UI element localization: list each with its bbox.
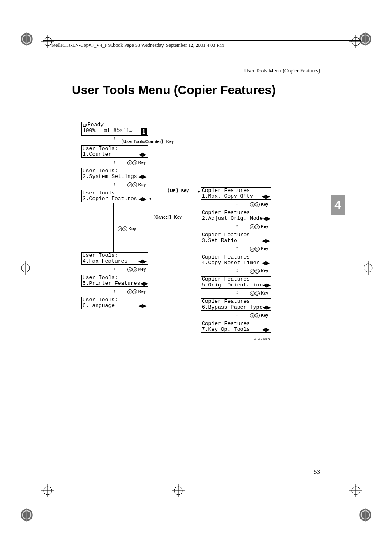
lcd-item: 3.Set Ratio xyxy=(202,238,237,244)
nav-key-label: ◁▷ Key xyxy=(250,202,268,207)
updown-arrow-icon: ↕ xyxy=(113,181,116,186)
lcd-item: 5.Orig. Orientation xyxy=(202,282,263,288)
registration-mark-icon xyxy=(19,261,32,275)
lcd-item: 4.Fax Features xyxy=(83,259,127,264)
page-title: User Tools Menu (Copier Features) xyxy=(72,83,276,97)
key-user-tools-counter: 【User Tools/Counter】 Key xyxy=(119,139,174,145)
updown-arrow-icon: ↕ xyxy=(113,135,116,140)
lcd-item: 2.System Settings xyxy=(83,174,137,180)
lcd-item: 3.Copier Features xyxy=(83,196,137,202)
connector-line xyxy=(113,203,114,252)
registration-mark-icon xyxy=(349,484,362,497)
nav-key-label: ◁▷ Key xyxy=(127,160,146,165)
connector-line xyxy=(180,191,180,311)
lcd-user-tools-1: User Tools: 1.Counter◀▶ xyxy=(81,145,148,158)
lcd-copier-4: Copier Features 4.Copy Reset Timer◀▶ xyxy=(201,254,271,266)
lcd-item: 6.Language xyxy=(83,303,115,309)
key-cancel: 【Cancel】 Key xyxy=(151,215,182,220)
footer-rule xyxy=(41,492,361,492)
section-rule xyxy=(72,74,320,74)
paper-size: 8½×11 xyxy=(113,127,129,134)
lcd-title: User Tools: xyxy=(83,297,147,303)
book-header: StellaC1a-EN-CopyF_V4_FM.book Page 53 We… xyxy=(51,42,224,48)
lcd-title: User Tools: xyxy=(83,146,147,152)
copy-count: 1 xyxy=(141,128,147,135)
updown-arrow-icon: ↕ xyxy=(113,266,116,271)
updown-arrow-icon: ↕ xyxy=(113,288,116,293)
footer-rule xyxy=(41,494,361,494)
header-rule xyxy=(43,40,361,42)
arrow-right-icon: ▶ xyxy=(198,189,201,194)
lcd-user-tools-4: User Tools: 4.Fax Features◀▶ xyxy=(81,252,148,265)
chapter-tab: 4 xyxy=(331,195,345,215)
arrow-left-icon: ◀ xyxy=(149,196,151,201)
updown-arrow-icon: ↕ xyxy=(236,245,238,250)
lcd-user-tools-5: User Tools: 5.Printer Features◀▶ xyxy=(81,275,148,287)
crop-mark-icon xyxy=(358,508,372,522)
updown-arrow-icon: ↕ xyxy=(236,268,238,272)
ready-label: Ready xyxy=(88,122,104,128)
page-number: 53 xyxy=(314,469,320,476)
nav-key-label: ◁▷ Key xyxy=(127,182,146,187)
lcd-title: Copier Features xyxy=(202,254,270,260)
lcd-title: Copier Features xyxy=(202,321,270,327)
registration-mark-icon xyxy=(362,261,375,275)
updown-arrow-icon: ↕ xyxy=(113,159,116,164)
crop-mark-icon xyxy=(20,508,34,522)
lcd-user-tools-3: User Tools: 3.Copier Features◀▶ xyxy=(81,190,148,202)
connector-line xyxy=(149,198,201,198)
lcd-item: 6.Bypass Paper Type xyxy=(202,305,263,310)
lcd-copier-2: Copier Features 2.Adjust Orig. Mode◀▶ xyxy=(201,210,271,222)
lcd-title: Copier Features xyxy=(202,277,270,282)
lcd-item: 4.Copy Reset Timer xyxy=(202,260,259,266)
lcd-title: User Tools: xyxy=(83,253,147,259)
updown-arrow-icon: ↕ xyxy=(236,201,238,206)
nav-key-label: ◁▷ Key xyxy=(127,267,146,272)
updown-arrow-icon: ↕ xyxy=(236,290,238,295)
lcd-title: User Tools: xyxy=(83,190,147,196)
lcd-user-tools-6: User Tools: 6.Language◀▶ xyxy=(81,297,148,309)
lcd-title: Copier Features xyxy=(202,210,270,216)
crop-mark-icon xyxy=(20,32,34,46)
nav-key-label: ◁▷ Key xyxy=(250,269,268,274)
lcd-item: 1.Max. Copy Q'ty xyxy=(202,194,253,199)
lcd-copier-7: Copier Features 7.Key Op. Tools◀▶ xyxy=(201,321,271,333)
lcd-item: 5.Printer Features xyxy=(83,281,140,286)
nav-key-label: ◁▷ Key xyxy=(250,313,268,318)
lcd-title: Copier Features xyxy=(202,299,270,305)
ready-pct: 100% xyxy=(83,128,95,135)
lcd-item: 2.Adjust Orig. Mode xyxy=(202,216,263,222)
lcd-copier-5: Copier Features 5.Orig. Orientation◀▶ xyxy=(201,276,271,289)
lcd-copier-1: Copier Features 1.Max. Copy Q'ty◀▶ xyxy=(201,187,271,200)
updown-arrow-icon: ↕ xyxy=(236,223,238,228)
updown-arrow-icon: ↕ xyxy=(236,312,238,317)
lcd-copier-3: Copier Features 3.Set Ratio◀▶ xyxy=(201,232,271,244)
lcd-title: User Tools: xyxy=(83,275,147,281)
lcd-user-tools-2: User Tools: 2.System Settings◀▶ xyxy=(81,168,148,180)
lcd-title: Copier Features xyxy=(202,188,270,194)
running-header: User Tools Menu (Copier Features) xyxy=(244,67,320,74)
nav-key-label: ◁▷ Key xyxy=(118,226,136,231)
updown-arrow-icon: ↕ xyxy=(112,203,114,208)
lcd-title: User Tools: xyxy=(83,168,147,174)
registration-mark-icon xyxy=(41,484,54,497)
nav-key-label: ◁▷ Key xyxy=(250,291,268,296)
lcd-copier-6: Copier Features 6.Bypass Paper Type◀▶ xyxy=(201,298,271,311)
registration-mark-icon xyxy=(172,484,185,497)
nav-key-label: ◁▷ Key xyxy=(250,224,268,229)
lcd-title: Copier Features xyxy=(202,232,270,238)
lcd-ready: Ready 100% ▤1 8½×11▱ 1 xyxy=(81,122,148,136)
menu-flowchart: Ready 100% ▤1 8½×11▱ 1 ↕ 【User Tools/Cou… xyxy=(81,122,274,339)
lcd-item: 7.Key Op. Tools xyxy=(202,327,250,332)
nav-key-label: ◁▷ Key xyxy=(250,247,268,252)
nav-key-label: ◁▷ Key xyxy=(127,289,146,294)
lcd-item: 1.Counter xyxy=(83,152,111,157)
figure-code: ZFOS920N xyxy=(254,337,270,340)
